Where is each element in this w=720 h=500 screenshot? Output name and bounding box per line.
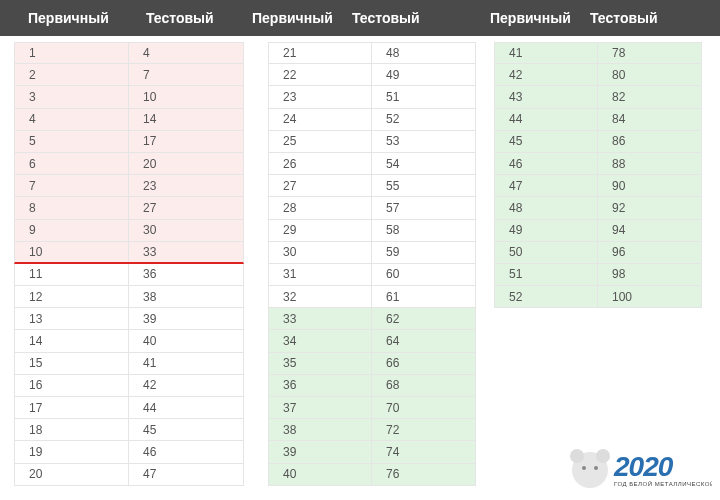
table-row: 3872	[268, 419, 476, 441]
cell-primary: 2	[15, 64, 129, 85]
table-row: 723	[14, 175, 244, 197]
table-row: 2452	[268, 109, 476, 131]
cell-primary: 39	[269, 441, 372, 462]
table-row: 3566	[268, 353, 476, 375]
table-row: 2553	[268, 131, 476, 153]
table-row: 2654	[268, 153, 476, 175]
cell-primary: 6	[15, 153, 129, 174]
cell-test: 59	[372, 242, 475, 263]
cell-test: 39	[129, 308, 243, 329]
cell-test: 40	[129, 330, 243, 351]
cell-primary: 7	[15, 175, 129, 196]
cell-test: 14	[129, 109, 243, 130]
cell-test: 17	[129, 131, 243, 152]
cell-primary: 13	[15, 308, 129, 329]
cell-primary: 36	[269, 375, 372, 396]
cell-primary: 51	[495, 264, 598, 285]
cell-primary: 30	[269, 242, 372, 263]
table-row: 4994	[494, 220, 702, 242]
cell-test: 66	[372, 353, 475, 374]
cell-primary: 5	[15, 131, 129, 152]
cell-primary: 48	[495, 197, 598, 218]
cell-primary: 29	[269, 220, 372, 241]
table-row: 3974	[268, 441, 476, 463]
cell-primary: 16	[15, 375, 129, 396]
cell-primary: 44	[495, 109, 598, 130]
table-row: 1744	[14, 397, 244, 419]
cell-test: 54	[372, 153, 475, 174]
cell-test: 20	[129, 153, 243, 174]
cell-test: 44	[129, 397, 243, 418]
cell-test: 42	[129, 375, 243, 396]
cell-test: 80	[598, 64, 701, 85]
cell-primary: 52	[495, 286, 598, 307]
cell-primary: 4	[15, 109, 129, 130]
table-row: 827	[14, 197, 244, 219]
header-bar: Первичный Тестовый Первичный Тестовый Пе…	[0, 0, 720, 36]
cell-primary: 9	[15, 220, 129, 241]
table-row: 4688	[494, 153, 702, 175]
cell-primary: 42	[495, 64, 598, 85]
cell-primary: 19	[15, 441, 129, 462]
table-row: 620	[14, 153, 244, 175]
table-row: 3059	[268, 242, 476, 264]
cell-test: 7	[129, 64, 243, 85]
cell-test: 74	[372, 441, 475, 462]
table-row: 2755	[268, 175, 476, 197]
cell-primary: 17	[15, 397, 129, 418]
cell-test: 96	[598, 242, 701, 263]
table-row: 310	[14, 86, 244, 108]
table-row: 1339	[14, 308, 244, 330]
cell-primary: 1	[15, 43, 129, 63]
cell-test: 41	[129, 353, 243, 374]
table-row: 2249	[268, 64, 476, 86]
table-column-3: 4178428043824484458646884790489249945096…	[494, 42, 702, 486]
cell-test: 45	[129, 419, 243, 440]
table-column-1: 1427310414517620723827930103311361238133…	[14, 42, 244, 486]
cell-test: 27	[129, 197, 243, 218]
cell-primary: 34	[269, 330, 372, 351]
cell-primary: 45	[495, 131, 598, 152]
table-row: 1541	[14, 353, 244, 375]
cell-test: 82	[598, 86, 701, 107]
cell-test: 94	[598, 220, 701, 241]
cell-test: 70	[372, 397, 475, 418]
header-group-3: Первичный Тестовый	[476, 10, 698, 26]
header-primary-1: Первичный	[28, 10, 146, 26]
table-row: 2148	[268, 42, 476, 64]
cell-test: 58	[372, 220, 475, 241]
cell-primary: 12	[15, 286, 129, 307]
cell-primary: 32	[269, 286, 372, 307]
table-row: 1642	[14, 375, 244, 397]
cell-primary: 43	[495, 86, 598, 107]
cell-primary: 15	[15, 353, 129, 374]
cell-test: 57	[372, 197, 475, 218]
cell-test: 38	[129, 286, 243, 307]
cell-test: 53	[372, 131, 475, 152]
header-primary-3: Первичный	[490, 10, 590, 26]
header-group-1: Первичный Тестовый	[0, 10, 252, 26]
header-test-3: Тестовый	[590, 10, 690, 26]
cell-test: 100	[598, 286, 701, 307]
table-row: 14	[14, 42, 244, 64]
cell-primary: 31	[269, 264, 372, 285]
cell-test: 92	[598, 197, 701, 218]
cell-primary: 26	[269, 153, 372, 174]
cell-test: 4	[129, 43, 243, 63]
cell-primary: 47	[495, 175, 598, 196]
cell-primary: 3	[15, 86, 129, 107]
table-row: 1845	[14, 419, 244, 441]
header-test-2: Тестовый	[352, 10, 452, 26]
table-row: 4382	[494, 86, 702, 108]
tables-container: 1427310414517620723827930103311361238133…	[0, 36, 720, 486]
cell-primary: 38	[269, 419, 372, 440]
table-row: 5198	[494, 264, 702, 286]
cell-primary: 28	[269, 197, 372, 218]
cell-primary: 18	[15, 419, 129, 440]
table-row: 4892	[494, 197, 702, 219]
header-primary-2: Первичный	[252, 10, 352, 26]
table-row: 1136	[14, 264, 244, 286]
cell-test: 61	[372, 286, 475, 307]
table-row: 4280	[494, 64, 702, 86]
cell-primary: 21	[269, 43, 372, 63]
